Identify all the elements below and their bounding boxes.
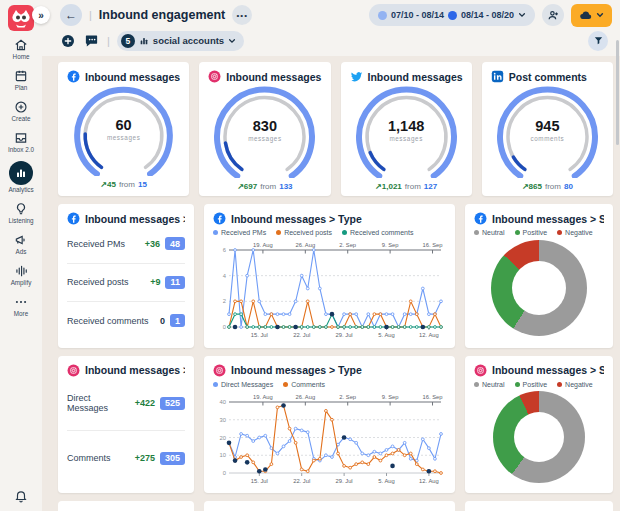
metric-label: Direct Messages: [67, 393, 131, 413]
sidebar-item-inbox[interactable]: Inbox 2.0: [0, 126, 42, 157]
card-title-text: Inbound messages: [226, 71, 321, 83]
legend-dot: [557, 230, 562, 235]
svg-text:5. Aug: 5. Aug: [378, 478, 394, 484]
card-instagram-inbound-gauge[interactable]: Inbound messages 830 messages ↗697 from …: [199, 62, 330, 196]
metric-label: Received comments: [67, 316, 149, 326]
card-facebook-type-list[interactable]: Inbound messages > Type Received PMs +36…: [58, 204, 194, 348]
range-a-dot: [378, 11, 387, 20]
metric-value-badge: 48: [165, 237, 185, 250]
share-button[interactable]: [542, 4, 564, 26]
delta-value: ↗865: [522, 182, 542, 191]
page-title: Inbound engagement: [99, 8, 225, 22]
divider: |: [107, 35, 110, 47]
svg-text:5. Aug: 5. Aug: [378, 332, 394, 338]
instagram-icon: [67, 364, 80, 377]
svg-text:19. Aug: 19. Aug: [253, 393, 273, 399]
legend-dot: [474, 382, 479, 387]
notifications-bell-icon[interactable]: [14, 488, 29, 503]
metric-value-badge: 305: [160, 452, 185, 465]
metric-row: Comments +275305: [67, 430, 185, 485]
svg-text:29. Jul: 29. Jul: [336, 332, 353, 338]
legend-label: Received comments: [350, 229, 413, 236]
calendar-icon: [14, 68, 29, 83]
card-instagram-type-linechart[interactable]: Inbound messages > Type Direct Messages …: [204, 356, 455, 494]
card-linkedin-comments-gauge[interactable]: Post comments 945 comments ↗865 from 80: [482, 62, 613, 196]
topbar: ← | Inbound engagement ••• 07/10 - 08/14…: [42, 0, 620, 30]
legend-dot: [557, 382, 562, 387]
facebook-icon: [67, 70, 80, 83]
svg-text:2. Sep: 2. Sep: [339, 242, 356, 248]
legend-dot: [276, 230, 281, 235]
back-button[interactable]: ←: [60, 4, 82, 26]
sidebar-collapse-button[interactable]: »: [32, 6, 50, 24]
legend-dot: [515, 230, 520, 235]
svg-text:16. Sep: 16. Sep: [423, 393, 443, 399]
cloud-export-icon: [579, 9, 593, 21]
svg-text:40: 40: [220, 399, 226, 405]
add-tile-button[interactable]: [59, 32, 76, 49]
sidebar-item-more[interactable]: More: [0, 290, 42, 321]
svg-text:2: 2: [223, 298, 226, 304]
card-title-text: Inbound messages > Se...: [492, 364, 604, 376]
date-range-selector[interactable]: 07/10 - 08/14 08/14 - 08/20: [369, 4, 535, 26]
card-facebook-sentiment-donut[interactable]: Inbound messages > Se... Neutral Positiv…: [465, 204, 613, 348]
sidebar-item-create[interactable]: Create: [0, 95, 42, 126]
main-area: ← | Inbound engagement ••• 07/10 - 08/14…: [42, 0, 620, 511]
chevron-down-icon: [518, 11, 526, 19]
sidebar-item-label: Create: [12, 115, 31, 122]
sidebar-item-amplify[interactable]: Amplify: [0, 259, 42, 290]
home-icon: [14, 37, 29, 52]
filter-button[interactable]: [588, 31, 608, 51]
metric-value-badge: 525: [160, 397, 185, 410]
gauge-chart: 830 messages: [208, 85, 321, 182]
chart-legend: Neutral Positive Negative: [474, 229, 604, 236]
metric-value-badge: 11: [165, 276, 185, 289]
sidebar-item-label: Home: [13, 53, 30, 60]
sidebar-item-listening[interactable]: Listening: [0, 197, 42, 228]
svg-text:26. Aug: 26. Aug: [295, 393, 315, 399]
metric-label: Received PMs: [67, 239, 125, 249]
comment-button[interactable]: [83, 32, 100, 49]
linkedin-icon: [491, 70, 504, 83]
delta-value: ↗45: [100, 180, 116, 189]
legend-label: Neutral: [482, 229, 505, 236]
metric-value-badge: 1: [170, 314, 185, 327]
card-facebook-inbound-gauge[interactable]: Inbound messages 60 messages ↗45 from 15: [58, 62, 189, 196]
card-title-text: Inbound messages > Type: [85, 213, 185, 225]
svg-text:6: 6: [223, 247, 226, 253]
metric-delta: +275: [135, 453, 155, 463]
card-twitter-inbound-gauge[interactable]: Inbound messages 1,148 messages ↗1,021 f…: [341, 62, 472, 196]
social-accounts-selector[interactable]: 5 social accounts: [117, 31, 244, 51]
megaphone-icon: [14, 232, 29, 247]
svg-text:22. Jul: 22. Jul: [293, 332, 310, 338]
card-facebook-type-linechart[interactable]: Inbound messages > Type Received PMs Rec…: [204, 204, 455, 348]
metric-delta: +9: [150, 277, 160, 287]
previous-value: 133: [279, 182, 292, 191]
dashboard-grid: Inbound messages 60 messages ↗45 from 15: [42, 56, 620, 511]
funnel-icon: [593, 35, 604, 46]
lightbulb-icon: [14, 201, 29, 216]
sidebar-item-ads[interactable]: Ads: [0, 228, 42, 259]
card-instagram-sentiment-donut[interactable]: Inbound messages > Se... Neutral Positiv…: [465, 356, 613, 494]
hootsuite-logo-icon[interactable]: [8, 5, 34, 31]
bar-chart-icon: [139, 36, 149, 46]
svg-text:19. Aug: 19. Aug: [253, 242, 273, 248]
facebook-icon: [213, 212, 226, 225]
accounts-count-badge: 5: [121, 34, 135, 48]
donut-hole: [512, 261, 566, 315]
sidebar-item-plan[interactable]: Plan: [0, 64, 42, 95]
vertical-scrollbar[interactable]: [616, 40, 619, 145]
svg-text:0: 0: [223, 324, 226, 330]
bar-chart-icon: [9, 161, 33, 185]
from-label: from: [405, 182, 421, 191]
sidebar-item-analytics[interactable]: Analytics: [0, 157, 42, 197]
legend-dot: [213, 382, 218, 387]
next-row-peek: [58, 501, 613, 511]
svg-text:16. Sep: 16. Sep: [423, 242, 443, 248]
card-instagram-type-list[interactable]: Inbound messages > Type Direct Messages …: [58, 356, 194, 494]
legend-label: Received posts: [284, 229, 332, 236]
more-options-button[interactable]: •••: [232, 5, 252, 25]
legend-label: Negative: [565, 381, 593, 388]
sidebar-item-home[interactable]: Home: [0, 33, 42, 64]
export-button[interactable]: [571, 4, 612, 27]
